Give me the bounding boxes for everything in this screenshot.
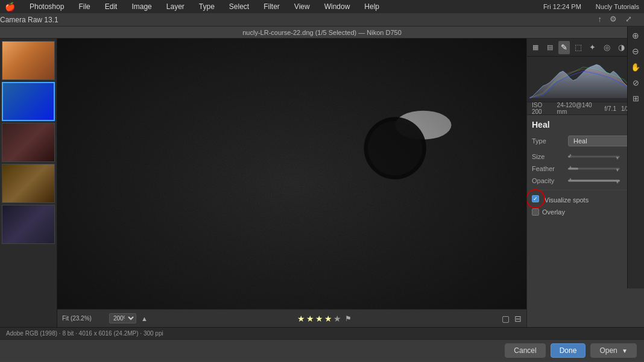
menu-select[interactable]: Select (227, 1, 251, 12)
canvas-status: Adobe RGB (1998) · 8 bit · 4016 x 6016 (… (6, 330, 163, 337)
edit-icon[interactable]: ✎ (558, 41, 570, 54)
menu-layer[interactable]: Layer (164, 1, 187, 12)
view-single[interactable]: ▢ (502, 314, 510, 323)
heal-title: Heal (532, 120, 639, 130)
cancel-button[interactable]: Cancel (505, 343, 545, 358)
apple-menu[interactable]: 🍎 (5, 2, 15, 11)
tool-panel: Heal Type Heal Clone Content-Aware Size … (527, 115, 644, 327)
size-slider[interactable] (568, 156, 620, 158)
flag-icon[interactable]: ⚑ (345, 314, 352, 323)
lens-value: 24-120@140 mm (557, 102, 600, 115)
svg-rect-5 (57, 39, 526, 327)
canvas-area[interactable]: Fit (23.2%) 200% 100% 50% Fit ▲ ★ ★ ★ ★ … (57, 39, 526, 327)
menu-bar: 🍎 Photoshop File Edit Image Layer Type S… (0, 0, 644, 13)
type-row: Type Heal Clone Content-Aware (532, 136, 639, 146)
done-button[interactable]: Done (551, 343, 586, 358)
bottom-bar: Cancel Done Open ▼ (0, 339, 644, 361)
main-layout: Fit (23.2%) 200% 100% 50% Fit ▲ ★ ★ ★ ★ … (0, 39, 644, 327)
menu-view[interactable]: View (292, 1, 312, 12)
menu-filter[interactable]: Filter (261, 1, 282, 12)
settings-icon[interactable]: ⚙ (610, 14, 617, 23)
menu-file[interactable]: File (76, 1, 92, 12)
feather-slider-wrap: ▲ ▼ (568, 164, 620, 173)
crop-icon[interactable]: ⬚ (572, 41, 584, 54)
menu-edit[interactable]: Edit (103, 1, 120, 12)
window-title: Camera Raw 13.1 (0, 16, 58, 24)
feather-row: Feather ▲ ▼ 20 (532, 164, 639, 173)
thumbnail-3[interactable] (2, 123, 55, 162)
heal-tool-icon[interactable]: ✦ (587, 41, 599, 54)
star-2[interactable]: ★ (306, 314, 314, 323)
size-slider-wrap: ▲ ▼ (568, 152, 620, 161)
thumbnail-2[interactable] (2, 82, 55, 121)
feather-slider[interactable] (568, 168, 620, 170)
thumbnail-1[interactable] (2, 41, 55, 80)
stars-rating[interactable]: ★ ★ ★ ★ ★ ⚑ (297, 314, 352, 323)
thumbnail-5[interactable] (2, 205, 55, 244)
zoom-in-icon[interactable]: ⊕ (629, 29, 642, 42)
open-dropdown-arrow[interactable]: ▼ (622, 348, 628, 354)
overlay-row: Overlay (532, 208, 639, 216)
histogram-area (527, 57, 644, 102)
type-label: Type (532, 137, 568, 145)
star-4[interactable]: ★ (324, 314, 332, 323)
opacity-slider[interactable] (568, 180, 620, 182)
view-split[interactable]: ⊟ (514, 314, 522, 323)
channel-name: Nucly Tutorials (596, 3, 639, 10)
menu-image[interactable]: Image (129, 1, 154, 12)
histogram-icon[interactable]: ▦ (529, 41, 541, 54)
opacity-slider-wrap: ▲ ▼ (568, 176, 620, 185)
right-panel: ▦ ▤ ✎ ⬚ ✦ ◎ ◑ ⋯ (526, 39, 644, 327)
menu-type[interactable]: Type (197, 1, 217, 12)
zoom-out-icon[interactable]: ⊖ (629, 45, 642, 58)
filmstrip (0, 39, 57, 327)
star-1[interactable]: ★ (297, 314, 305, 323)
file-bar: nucly-LR-course-22.dng (1/5 Selected) — … (0, 27, 644, 39)
title-bar: Camera Raw 13.1 ↑ ⚙ ⤢ (0, 13, 644, 27)
overlay-checkbox[interactable] (532, 208, 539, 216)
more-tools-icon[interactable]: ⊞ (629, 92, 642, 105)
panel-icon[interactable]: ▤ (544, 41, 556, 54)
file-title: nucly-LR-course-22.dng (1/5 Selected) — … (242, 29, 402, 36)
menu-photoshop[interactable]: Photoshop (27, 1, 66, 12)
fit-zoom-label: Fit (23.2%) (62, 315, 104, 322)
open-button[interactable]: Open ▼ (590, 343, 637, 358)
red-eye-icon[interactable]: ◎ (601, 41, 613, 54)
open-label: Open (599, 346, 617, 355)
zoom-select[interactable]: 200% 100% 50% Fit (109, 313, 136, 323)
menu-window[interactable]: Window (322, 1, 353, 12)
canvas-controls: Fit (23.2%) 200% 100% 50% Fit ▲ ★ ★ ★ ★ … (57, 309, 526, 327)
visualize-spots-label: Visualize spots (545, 196, 589, 204)
opacity-label: Opacity (532, 177, 568, 184)
size-label: Size (532, 153, 568, 160)
system-time: Fri 12:24 PM (543, 3, 581, 10)
eyedropper-icon[interactable]: ⊘ (629, 76, 642, 89)
iso-value: ISO 200 (532, 102, 552, 115)
size-row: Size ▲ ▼ 5 (532, 152, 639, 161)
opacity-row: Opacity ▲ ▼ 100 (532, 176, 639, 185)
overlay-label: Overlay (542, 208, 565, 216)
status-bar: Adobe RGB (1998) · 8 bit · 4016 x 6016 (… (0, 327, 644, 339)
feather-label: Feather (532, 165, 568, 172)
aperture-value: f/7.1 (605, 105, 616, 112)
visualize-spots-checkbox[interactable]: ✓ (532, 195, 539, 202)
share-icon[interactable]: ↑ (598, 14, 602, 23)
expand-icon[interactable]: ⤢ (625, 14, 632, 23)
camera-info: ISO 200 24-120@140 mm f/7.1 1/200s (527, 102, 644, 115)
mask-icon[interactable]: ◑ (616, 41, 628, 54)
thumbnail-4[interactable] (2, 164, 55, 203)
visualize-spots-row: ✓ Visualize spots ◈ (532, 195, 639, 205)
hand-icon[interactable]: ✋ (629, 60, 642, 73)
menu-help[interactable]: Help (362, 1, 382, 12)
zoom-arrow-up[interactable]: ▲ (141, 315, 148, 322)
star-5[interactable]: ★ (333, 314, 341, 323)
star-3[interactable]: ★ (315, 314, 323, 323)
